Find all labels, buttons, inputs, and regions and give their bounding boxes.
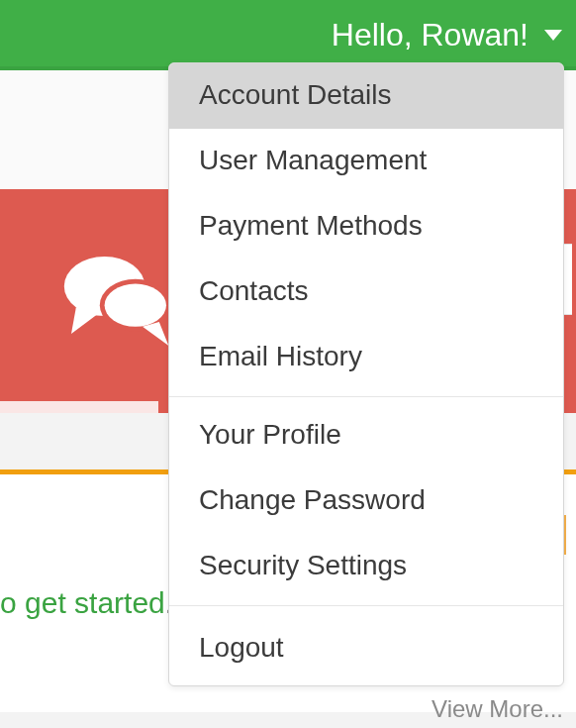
chevron-down-icon (544, 30, 562, 41)
menu-item-label: Your Profile (199, 419, 341, 450)
get-started-link[interactable]: o get started. (0, 586, 173, 620)
menu-item-email-history[interactable]: Email History (169, 325, 563, 390)
menu-item-label: Payment Methods (199, 210, 423, 241)
view-more-text: View More... (432, 695, 563, 722)
menu-item-label: Change Password (199, 484, 426, 515)
menu-item-change-password[interactable]: Change Password (169, 468, 563, 534)
svg-point-2 (105, 284, 166, 327)
menu-divider (169, 396, 563, 397)
menu-item-label: Security Settings (199, 550, 407, 580)
menu-item-your-profile[interactable]: Your Profile (169, 403, 563, 468)
menu-item-security-settings[interactable]: Security Settings (169, 534, 563, 599)
view-more-link[interactable]: View More... (432, 695, 563, 723)
menu-divider (169, 605, 563, 606)
menu-item-contacts[interactable]: Contacts (169, 260, 563, 325)
menu-item-label: Account Details (199, 79, 392, 110)
greeting-text: Hello, Rowan! (332, 17, 528, 53)
get-started-text: o get started (0, 586, 165, 619)
menu-item-label: Email History (199, 341, 362, 371)
menu-item-user-management[interactable]: User Management (169, 129, 563, 194)
account-dropdown-menu: Account Details User Management Payment … (168, 62, 564, 686)
menu-item-label: User Management (199, 145, 427, 175)
chat-icon (59, 239, 178, 358)
user-greeting[interactable]: Hello, Rowan! (332, 0, 562, 70)
menu-item-payment-methods[interactable]: Payment Methods (169, 194, 563, 260)
menu-item-label: Contacts (199, 275, 309, 306)
menu-item-logout[interactable]: Logout (169, 616, 563, 681)
menu-item-label: Logout (199, 632, 284, 663)
menu-item-account-details[interactable]: Account Details (169, 63, 563, 129)
card-progress-bar (0, 401, 158, 413)
app-header: Hello, Rowan! (0, 0, 576, 70)
